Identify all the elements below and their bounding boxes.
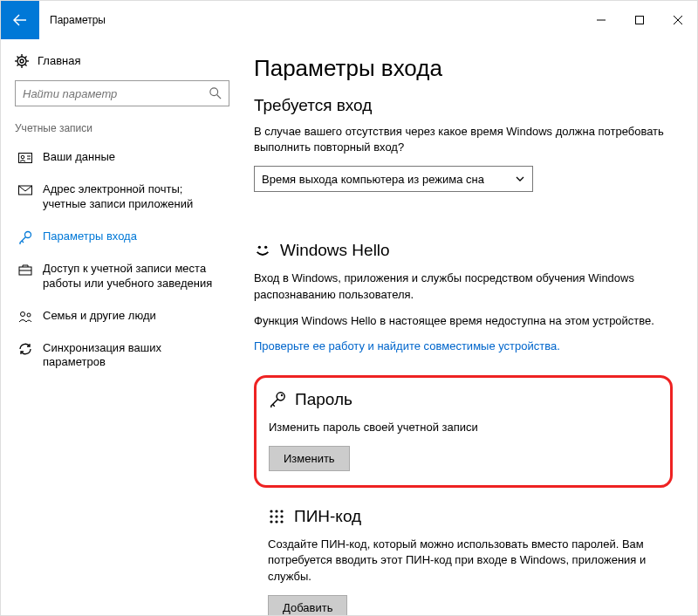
search-input[interactable] [23,87,209,100]
chevron-down-icon [515,174,525,184]
sidebar-item-label: Адрес электронной почты; учетные записи … [43,182,226,212]
pin-add-button[interactable]: Добавить [268,595,347,616]
sidebar-item-label: Параметры входа [43,229,137,244]
pin-desc: Создайте ПИН-код, который можно использо… [268,537,673,585]
maximize-icon [635,16,644,24]
svg-point-27 [281,394,283,396]
sidebar-item-work-school[interactable]: Доступ к учетной записи места работы или… [11,253,233,300]
svg-point-31 [270,516,272,518]
sidebar: Главная Учетные записи Ваши данные Адрес… [1,39,236,616]
svg-point-25 [264,246,267,249]
svg-point-23 [27,313,31,317]
key-icon [18,230,32,244]
password-desc: Изменить пароль своей учетной записи [269,420,658,435]
people-icon [18,310,32,324]
svg-line-10 [17,65,19,66]
close-button[interactable] [659,6,697,34]
window-controls [582,6,697,34]
minimize-icon [597,16,606,24]
search-icon [209,87,222,99]
maximize-button[interactable] [620,6,659,34]
person-card-icon [18,151,32,165]
svg-rect-1 [636,17,644,24]
svg-line-13 [217,95,221,99]
titlebar: Параметры [1,1,697,39]
hello-heading: Windows Hello [280,241,390,260]
hello-desc1: Вход в Windows, приложения и службы поср… [254,270,673,302]
svg-point-3 [20,59,24,63]
mail-icon [18,183,32,197]
svg-line-8 [17,57,19,58]
signin-required-dropdown[interactable]: Время выхода компьютера из режима сна [254,166,533,192]
minimize-button[interactable] [582,6,620,34]
sidebar-item-your-info[interactable]: Ваши данные [11,141,233,174]
sidebar-home[interactable]: Главная [11,50,233,80]
svg-point-30 [280,510,283,513]
smile-icon [254,242,271,259]
svg-point-15 [21,155,24,159]
dropdown-value: Время выхода компьютера из режима сна [262,173,484,186]
svg-point-26 [277,393,284,400]
svg-point-22 [21,311,25,316]
sidebar-item-family[interactable]: Семья и другие люди [11,300,233,332]
sidebar-category: Учетные записи [11,122,233,141]
svg-line-9 [25,65,27,66]
back-button[interactable] [1,1,39,39]
svg-point-32 [275,516,277,518]
signin-required-section: Требуется вход В случае вашего отсутстви… [254,96,673,218]
hello-desc2: Функция Windows Hello в настоящее время … [254,313,673,329]
svg-point-34 [270,521,272,524]
briefcase-icon [18,263,32,277]
search-box[interactable] [15,80,229,106]
sidebar-item-label: Семья и другие люди [43,309,156,324]
svg-point-36 [280,521,283,524]
sidebar-item-signin-options[interactable]: Параметры входа [11,221,233,253]
signin-required-heading: Требуется вход [254,96,673,115]
password-section: Пароль Изменить пароль своей учетной зап… [254,375,673,488]
close-icon [674,16,682,24]
windows-hello-section: Windows Hello Вход в Windows, приложения… [254,241,673,352]
pin-section: ПИН-код Создайте ПИН-код, который можно … [254,507,673,616]
arrow-left-icon [13,13,27,27]
svg-point-24 [258,246,261,249]
gear-icon [15,54,29,68]
key-icon [269,391,286,408]
main-content: Параметры входа Требуется вход В случае … [236,39,697,616]
sidebar-item-label: Ваши данные [43,150,115,165]
sidebar-item-email-accounts[interactable]: Адрес электронной почты; учетные записи … [11,174,233,221]
svg-point-12 [210,88,218,96]
sidebar-item-label: Синхронизация ваших параметров [43,341,226,371]
sidebar-item-label: Доступ к учетной записи места работы или… [43,262,226,291]
window-title: Параметры [50,14,106,26]
pin-heading: ПИН-код [294,507,361,526]
pin-pad-icon [268,508,285,525]
password-heading: Пароль [295,390,352,409]
svg-line-11 [25,57,27,58]
sync-icon [18,342,32,356]
svg-point-19 [25,231,31,237]
sidebar-home-label: Главная [38,54,80,67]
signin-required-desc: В случае вашего отсутствия через какое в… [254,124,673,155]
svg-point-35 [275,521,277,524]
hello-link[interactable]: Проверьте ее работу и найдите совместимы… [254,339,673,352]
password-change-button[interactable]: Изменить [269,446,350,471]
svg-point-29 [275,510,277,513]
svg-point-33 [280,516,283,518]
sidebar-item-sync[interactable]: Синхронизация ваших параметров [11,332,233,380]
svg-point-28 [270,510,272,513]
page-title: Параметры входа [254,55,673,82]
